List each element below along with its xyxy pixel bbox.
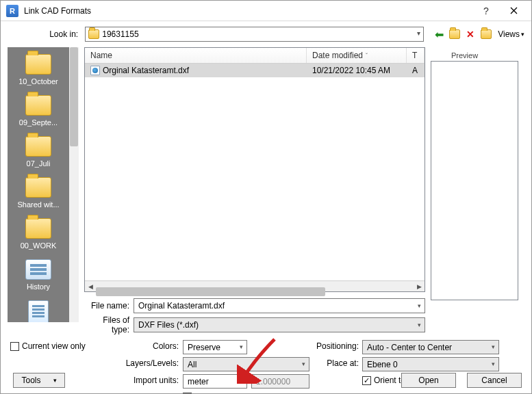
title-bar: R Link CAD Formats ? (1, 1, 531, 21)
back-button[interactable]: ⬅ (432, 27, 446, 41)
horizontal-scrollbar[interactable]: ◀ ▶ (85, 280, 425, 291)
places-item-label: 09_Septe... (19, 118, 58, 127)
import-units-scale[interactable]: 1.000000 (251, 374, 309, 389)
folder-icon (25, 136, 51, 157)
positioning-value: Auto - Center to Center (367, 343, 452, 352)
scroll-left-arrow[interactable]: ◀ (85, 281, 96, 292)
column-name-label: Name (90, 51, 112, 60)
places-item[interactable]: Shared wit... (9, 173, 68, 214)
file-type: A (407, 66, 425, 75)
file-date: 10/21/2022 10:45 AM (307, 66, 407, 75)
new-folder-button[interactable] (479, 27, 493, 41)
place-at-dropdown[interactable]: Ebene 0▾ (362, 357, 499, 371)
column-type-label: T (412, 51, 417, 60)
places-item-label: History (27, 283, 50, 291)
folder-icon (88, 29, 99, 39)
places-item-label: Shared wit... (17, 200, 59, 209)
places-item-label: 07_Juli (27, 159, 51, 168)
checkbox-box: ✓ (362, 376, 371, 385)
positioning-dropdown[interactable]: Auto - Center to Center▾ (362, 340, 499, 354)
close-button[interactable] (500, 1, 527, 21)
places-item[interactable]: 09_Septe... (9, 91, 68, 132)
tools-button-label: Tools (22, 376, 41, 385)
column-date-label: Date modified (312, 51, 363, 60)
chevron-down-icon: ▾ (521, 31, 524, 38)
column-name[interactable]: Name (85, 48, 307, 63)
preview-label: Preview (431, 51, 518, 60)
file-list-header: Name Date modifiedˇ T (85, 48, 425, 64)
cancel-button[interactable]: Cancel (467, 373, 522, 388)
dxf-file-icon (90, 66, 100, 75)
close-icon (510, 7, 518, 14)
chevron-down-icon: ▾ (417, 29, 420, 37)
sort-caret-icon: ˇ (366, 52, 368, 59)
positioning-label: Positioning: (301, 341, 359, 351)
folder-up-icon (449, 29, 460, 39)
chevron-down-icon: ▾ (418, 302, 421, 309)
colors-label: Colors: (103, 341, 179, 351)
places-scrollbar[interactable] (69, 47, 79, 322)
preview-panel: Preview (431, 47, 518, 322)
delete-button[interactable]: ✕ (464, 27, 477, 41)
checkbox-box (10, 342, 19, 351)
file-name: Orginal Katasteramt.dxf (103, 66, 189, 75)
folder-icon (25, 54, 51, 75)
place-at-label: Place at: (301, 358, 359, 368)
places-item-label: 10_October (18, 77, 58, 86)
file-name-label: File name: (84, 301, 129, 311)
colors-dropdown[interactable]: Preserve▾ (183, 340, 247, 354)
files-of-type-label: Files of type: (84, 315, 129, 334)
places-item[interactable]: 10_October (9, 50, 68, 91)
files-of-type-value: DXF Files (*.dxf) (138, 320, 199, 330)
folder-icon (25, 95, 51, 116)
views-label: Views (498, 29, 520, 39)
places-item-history[interactable]: History (9, 255, 68, 296)
current-view-only-label: Current view only (22, 341, 86, 351)
scroll-right-arrow[interactable]: ▶ (414, 281, 425, 292)
places-item[interactable]: 00_WORK (9, 214, 68, 255)
scrollbar-thumb[interactable] (96, 287, 325, 296)
file-list: Name Date modifiedˇ T Orginal Katasteram… (84, 47, 425, 292)
colors-value: Preserve (188, 343, 220, 352)
chevron-down-icon: ▾ (492, 360, 495, 367)
places-item-documents[interactable] (9, 296, 68, 322)
column-type[interactable]: T (407, 48, 425, 63)
layers-levels-label: Layers/Levels: (103, 358, 179, 368)
open-button[interactable]: Open (401, 373, 456, 388)
views-menu[interactable]: Views ▾ (498, 29, 524, 39)
app-icon: R (6, 5, 18, 17)
chevron-down-icon: ▾ (53, 377, 57, 384)
places-bar: 10_October 09_Septe... 07_Juli Shared wi… (8, 47, 69, 322)
import-units-dropdown[interactable]: meter▾ (183, 374, 247, 389)
chevron-down-icon: ▾ (492, 343, 495, 350)
import-units-label: Import units: (103, 376, 179, 385)
look-in-dropdown[interactable]: 19631155 ▾ (85, 27, 424, 42)
folder-icon (25, 177, 51, 198)
import-units-value: meter (188, 377, 209, 386)
file-name-combobox[interactable]: Orginal Katasteramt.dxf ▾ (134, 298, 425, 313)
help-button[interactable]: ? (472, 1, 500, 21)
tools-button[interactable]: Tools ▾ (13, 373, 65, 388)
file-name-value: Orginal Katasteramt.dxf (138, 301, 225, 311)
look-in-label: Look in: (49, 29, 78, 39)
column-date-modified[interactable]: Date modifiedˇ (307, 48, 407, 63)
history-icon (25, 259, 51, 280)
chevron-down-icon: ▾ (240, 378, 243, 384)
look-in-value: 19631155 (102, 29, 138, 39)
folder-new-icon (481, 29, 492, 39)
up-one-level-button[interactable] (448, 27, 461, 41)
preview-box (431, 61, 518, 300)
chevron-down-icon: ▾ (240, 343, 243, 350)
places-item-label: 00_WORK (21, 241, 57, 250)
layers-levels-dropdown[interactable]: All▾ (183, 357, 309, 371)
current-view-only-checkbox[interactable]: Current view only (10, 341, 86, 351)
file-row[interactable]: Orginal Katasteramt.dxf 10/21/2022 10:45… (85, 64, 425, 77)
chevron-down-icon: ▾ (418, 321, 421, 328)
document-icon (28, 300, 49, 322)
places-item[interactable]: 07_Juli (9, 132, 68, 173)
scrollbar-thumb[interactable] (70, 47, 78, 146)
files-of-type-dropdown[interactable]: DXF Files (*.dxf) ▾ (134, 317, 425, 332)
place-at-value: Ebene 0 (367, 360, 398, 369)
window-title: Link CAD Formats (24, 6, 472, 16)
folder-icon (25, 218, 51, 239)
